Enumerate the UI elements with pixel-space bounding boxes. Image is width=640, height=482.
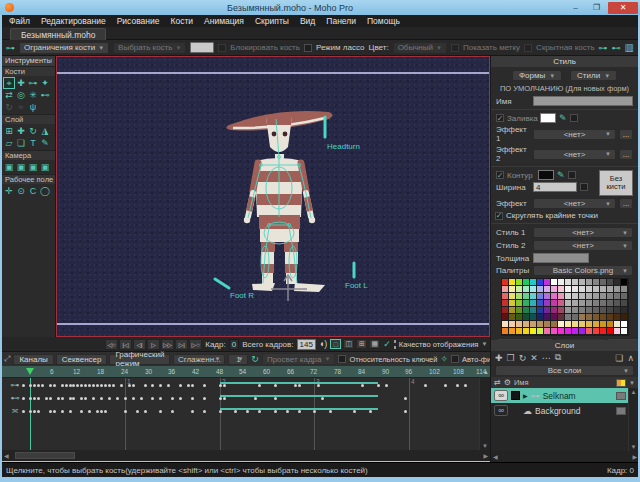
palette-swatch-3-15[interactable] xyxy=(607,300,613,306)
palette-swatch-0-13[interactable] xyxy=(593,279,599,285)
keyframe-dot[interactable] xyxy=(424,384,427,387)
palette-swatch-4-0[interactable] xyxy=(502,307,508,313)
palette-swatch-3-8[interactable] xyxy=(558,300,564,306)
palette-swatch-2-15[interactable] xyxy=(607,293,613,299)
palette-swatch-4-9[interactable] xyxy=(565,307,571,313)
keyframe-dot[interactable] xyxy=(100,397,103,400)
grid-view-toggle[interactable]: ▦ xyxy=(369,339,380,349)
keyframe-dot[interactable] xyxy=(80,397,83,400)
frame-outline-toggle[interactable] xyxy=(394,340,396,349)
palette-swatch-1-4[interactable] xyxy=(530,286,536,292)
menu-item-4[interactable]: Анимация xyxy=(204,16,244,26)
keyframe-dot[interactable] xyxy=(108,397,111,400)
bone-constraints-button[interactable]: Ограничения кости▼ xyxy=(19,42,109,54)
keyframe-dot[interactable] xyxy=(100,410,103,413)
palette-swatch-5-2[interactable] xyxy=(516,314,522,320)
expand-icon[interactable]: ▶ xyxy=(523,392,528,399)
palette-swatch-5-10[interactable] xyxy=(572,314,578,320)
palette-swatch-2-2[interactable] xyxy=(516,293,522,299)
keyframe-dot[interactable] xyxy=(72,384,75,387)
fill-checkbox[interactable] xyxy=(496,114,504,122)
bone-label-foot-r[interactable]: Foot R xyxy=(230,291,254,300)
palette-swatch-7-17[interactable] xyxy=(621,328,627,334)
menu-item-1[interactable]: Редактирование xyxy=(41,16,106,26)
keyframe-dot[interactable] xyxy=(88,384,91,387)
palette-swatch-4-3[interactable] xyxy=(523,307,529,313)
keyframe-dot[interactable] xyxy=(37,384,40,387)
keyframe-dot[interactable] xyxy=(369,410,372,413)
palette-swatch-3-7[interactable] xyxy=(551,300,557,306)
palette-swatch-0-1[interactable] xyxy=(509,279,515,285)
menu-item-7[interactable]: Панели xyxy=(326,16,356,26)
expand-timeline-icon[interactable]: ⤢ xyxy=(4,354,10,364)
keyframe-dot[interactable] xyxy=(144,384,147,387)
rotate-bone-tool[interactable]: ↻ xyxy=(3,101,15,113)
bulb-icon[interactable]: ✧ xyxy=(440,354,448,364)
keyframe-dot[interactable] xyxy=(219,410,222,413)
palette-swatch-6-2[interactable] xyxy=(516,321,522,327)
palette-swatch-0-10[interactable] xyxy=(572,279,578,285)
keyframe-dot[interactable] xyxy=(191,397,194,400)
keyframe-dot[interactable] xyxy=(96,410,99,413)
keyframe-dot[interactable] xyxy=(254,397,257,400)
keyframe-dot[interactable] xyxy=(92,384,95,387)
palette-swatch-5-3[interactable] xyxy=(523,314,529,320)
keyframe-dot[interactable] xyxy=(144,410,147,413)
keyframe-dot[interactable] xyxy=(124,397,127,400)
keyframe-dot[interactable] xyxy=(171,397,174,400)
keyframe-dot[interactable] xyxy=(313,410,316,413)
lasso-mode-checkbox[interactable] xyxy=(304,44,312,52)
style1-dropdown[interactable]: <нет>▼ xyxy=(533,227,633,238)
palette-swatch-4-7[interactable] xyxy=(551,307,557,313)
flip-layer-tool[interactable]: ◮ xyxy=(39,125,51,137)
palette-swatch-1-16[interactable] xyxy=(614,286,620,292)
keyframe-dot[interactable] xyxy=(45,397,48,400)
keyframe-dot[interactable] xyxy=(29,397,32,400)
lock-bone-checkbox[interactable] xyxy=(218,44,226,52)
keyframe-dot[interactable] xyxy=(33,410,36,413)
chevron-down-icon[interactable]: ▼ xyxy=(481,341,487,347)
onion-skin-dropdown[interactable]: Просвет кадра▼ xyxy=(262,353,336,365)
outline-effect-dropdown[interactable]: <нет>▼ xyxy=(533,198,616,209)
palette-swatch-2-16[interactable] xyxy=(614,293,620,299)
palette-swatch-5-12[interactable] xyxy=(586,314,592,320)
palette-swatch-4-17[interactable] xyxy=(621,307,627,313)
palette-swatch-1-11[interactable] xyxy=(579,286,585,292)
layer-color-swatch[interactable] xyxy=(616,407,626,415)
palette-swatch-5-4[interactable] xyxy=(530,314,536,320)
outline-effect-options-button[interactable]: ... xyxy=(619,198,633,209)
palette-swatch-6-10[interactable] xyxy=(572,321,578,327)
layer-row-selknam[interactable]: ∞▶⊶Selknam▼ xyxy=(491,388,638,403)
keyframe-dot[interactable] xyxy=(191,384,194,387)
keyframe-dot[interactable] xyxy=(203,410,206,413)
menu-item-5[interactable]: Скрипты xyxy=(255,16,289,26)
palette-swatch-4-10[interactable] xyxy=(572,307,578,313)
menu-item-2[interactable]: Рисование xyxy=(117,16,160,26)
keyframe-dot[interactable] xyxy=(49,410,52,413)
keyframe-dot[interactable] xyxy=(37,397,40,400)
palette-swatch-1-9[interactable] xyxy=(565,286,571,292)
keyframe-dot[interactable] xyxy=(104,384,107,387)
palette-swatch-7-4[interactable] xyxy=(530,328,536,334)
fill-extra-checkbox[interactable] xyxy=(570,114,578,122)
keyframe-dot[interactable] xyxy=(179,397,182,400)
keyframe-dot[interactable] xyxy=(203,397,206,400)
timeline-ruler[interactable]: ▲ 61218243036424854606672788490961021081… xyxy=(2,366,490,378)
outline-checkbox[interactable] xyxy=(496,171,504,179)
rotate-workspace-tool[interactable]: C xyxy=(27,185,39,197)
keyframe-dot[interactable] xyxy=(151,397,154,400)
keyframe-dot[interactable] xyxy=(286,410,289,413)
palette-swatch-4-14[interactable] xyxy=(600,307,606,313)
enable-check-icon[interactable]: ✓ xyxy=(383,339,391,349)
keyframe-dot[interactable] xyxy=(298,384,301,387)
keyframe-dot[interactable] xyxy=(100,384,103,387)
keyframe-dot[interactable] xyxy=(88,410,91,413)
pan-workspace-tool[interactable]: ✛ xyxy=(3,185,15,197)
palette-swatch-2-7[interactable] xyxy=(551,293,557,299)
set-origin-tool[interactable]: ✚ xyxy=(15,125,27,137)
keyframe-dot[interactable] xyxy=(84,384,87,387)
eyedropper-icon[interactable]: ✎ xyxy=(557,170,565,180)
effect2-dropdown[interactable]: <нет>▼ xyxy=(533,149,616,160)
group-layer-button[interactable]: ⧉ xyxy=(555,352,561,363)
reparent-bone-tool[interactable]: ⊶ xyxy=(27,77,39,89)
